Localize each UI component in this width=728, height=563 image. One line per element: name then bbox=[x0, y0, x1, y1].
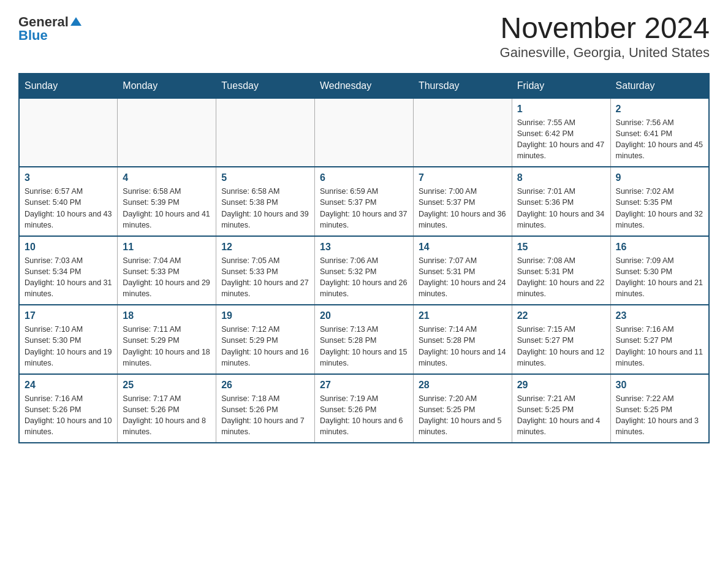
calendar-cell: 11Sunrise: 7:04 AM Sunset: 5:33 PM Dayli… bbox=[118, 236, 216, 305]
day-info: Sunrise: 7:10 AM Sunset: 5:30 PM Dayligh… bbox=[25, 325, 112, 367]
day-number: 21 bbox=[419, 310, 507, 321]
header: General Blue November 2024 Gainesville, … bbox=[18, 12, 710, 61]
calendar-cell: 14Sunrise: 7:07 AM Sunset: 5:31 PM Dayli… bbox=[413, 236, 512, 305]
calendar-day-header: Sunday bbox=[19, 74, 118, 98]
calendar-subtitle: Gainesville, Georgia, United States bbox=[500, 45, 710, 61]
day-info: Sunrise: 7:20 AM Sunset: 5:25 PM Dayligh… bbox=[419, 394, 502, 436]
day-number: 16 bbox=[616, 242, 703, 253]
calendar-cell: 23Sunrise: 7:16 AM Sunset: 5:27 PM Dayli… bbox=[610, 305, 709, 374]
day-number: 11 bbox=[123, 242, 211, 253]
day-number: 1 bbox=[517, 104, 605, 115]
day-number: 22 bbox=[517, 310, 605, 321]
calendar-cell: 7Sunrise: 7:00 AM Sunset: 5:37 PM Daylig… bbox=[413, 167, 512, 236]
calendar-table: SundayMondayTuesdayWednesdayThursdayFrid… bbox=[18, 73, 710, 444]
calendar-cell: 27Sunrise: 7:19 AM Sunset: 5:26 PM Dayli… bbox=[315, 374, 414, 443]
day-info: Sunrise: 7:16 AM Sunset: 5:26 PM Dayligh… bbox=[25, 394, 112, 436]
day-info: Sunrise: 7:15 AM Sunset: 5:27 PM Dayligh… bbox=[517, 325, 604, 367]
calendar-cell: 18Sunrise: 7:11 AM Sunset: 5:29 PM Dayli… bbox=[118, 305, 216, 374]
calendar-day-header: Wednesday bbox=[315, 74, 414, 98]
day-number: 30 bbox=[616, 380, 703, 391]
calendar-cell: 19Sunrise: 7:12 AM Sunset: 5:29 PM Dayli… bbox=[216, 305, 315, 374]
calendar-day-header: Friday bbox=[512, 74, 610, 98]
calendar-week-row: 10Sunrise: 7:03 AM Sunset: 5:34 PM Dayli… bbox=[19, 236, 709, 305]
day-number: 7 bbox=[419, 172, 507, 183]
day-info: Sunrise: 7:03 AM Sunset: 5:34 PM Dayligh… bbox=[25, 256, 112, 298]
day-info: Sunrise: 7:18 AM Sunset: 5:26 PM Dayligh… bbox=[221, 394, 305, 436]
calendar-cell: 4Sunrise: 6:58 AM Sunset: 5:39 PM Daylig… bbox=[118, 167, 216, 236]
day-number: 19 bbox=[221, 310, 309, 321]
day-number: 4 bbox=[123, 172, 211, 183]
calendar-week-row: 17Sunrise: 7:10 AM Sunset: 5:30 PM Dayli… bbox=[19, 305, 709, 374]
title-area: November 2024 Gainesville, Georgia, Unit… bbox=[500, 12, 710, 61]
calendar-cell: 17Sunrise: 7:10 AM Sunset: 5:30 PM Dayli… bbox=[19, 305, 118, 374]
day-info: Sunrise: 7:07 AM Sunset: 5:31 PM Dayligh… bbox=[419, 256, 506, 298]
calendar-day-header: Saturday bbox=[610, 74, 709, 98]
logo-general: General bbox=[18, 15, 69, 29]
day-number: 10 bbox=[25, 242, 112, 253]
calendar-title: November 2024 bbox=[500, 12, 710, 45]
day-number: 27 bbox=[320, 380, 408, 391]
day-number: 6 bbox=[320, 172, 408, 183]
day-info: Sunrise: 7:12 AM Sunset: 5:29 PM Dayligh… bbox=[221, 325, 308, 367]
day-info: Sunrise: 7:02 AM Sunset: 5:35 PM Dayligh… bbox=[616, 187, 703, 229]
day-info: Sunrise: 7:17 AM Sunset: 5:26 PM Dayligh… bbox=[123, 394, 206, 436]
calendar-cell: 5Sunrise: 6:58 AM Sunset: 5:38 PM Daylig… bbox=[216, 167, 315, 236]
calendar-cell: 1Sunrise: 7:55 AM Sunset: 6:42 PM Daylig… bbox=[512, 98, 610, 167]
day-number: 29 bbox=[517, 380, 605, 391]
day-info: Sunrise: 7:01 AM Sunset: 5:36 PM Dayligh… bbox=[517, 187, 604, 229]
day-number: 13 bbox=[320, 242, 408, 253]
calendar-cell: 13Sunrise: 7:06 AM Sunset: 5:32 PM Dayli… bbox=[315, 236, 414, 305]
calendar-cell: 20Sunrise: 7:13 AM Sunset: 5:28 PM Dayli… bbox=[315, 305, 414, 374]
calendar-week-row: 3Sunrise: 6:57 AM Sunset: 5:40 PM Daylig… bbox=[19, 167, 709, 236]
day-info: Sunrise: 7:13 AM Sunset: 5:28 PM Dayligh… bbox=[320, 325, 407, 367]
day-number: 23 bbox=[616, 310, 703, 321]
day-info: Sunrise: 7:56 AM Sunset: 6:41 PM Dayligh… bbox=[616, 118, 703, 160]
day-info: Sunrise: 7:55 AM Sunset: 6:42 PM Dayligh… bbox=[517, 118, 604, 160]
logo-arrow-icon bbox=[70, 17, 82, 28]
day-number: 20 bbox=[320, 310, 408, 321]
calendar-cell: 21Sunrise: 7:14 AM Sunset: 5:28 PM Dayli… bbox=[413, 305, 512, 374]
svg-marker-0 bbox=[70, 17, 82, 26]
day-info: Sunrise: 6:58 AM Sunset: 5:38 PM Dayligh… bbox=[221, 187, 308, 229]
day-number: 28 bbox=[419, 380, 507, 391]
calendar-cell: 9Sunrise: 7:02 AM Sunset: 5:35 PM Daylig… bbox=[610, 167, 709, 236]
calendar-day-header: Monday bbox=[118, 74, 216, 98]
day-number: 18 bbox=[123, 310, 211, 321]
day-number: 9 bbox=[616, 172, 703, 183]
calendar-cell: 10Sunrise: 7:03 AM Sunset: 5:34 PM Dayli… bbox=[19, 236, 118, 305]
day-info: Sunrise: 7:21 AM Sunset: 5:25 PM Dayligh… bbox=[517, 394, 601, 436]
logo: General Blue bbox=[18, 12, 82, 42]
day-info: Sunrise: 7:08 AM Sunset: 5:31 PM Dayligh… bbox=[517, 256, 604, 298]
calendar-day-header: Tuesday bbox=[216, 74, 315, 98]
day-info: Sunrise: 6:58 AM Sunset: 5:39 PM Dayligh… bbox=[123, 187, 210, 229]
calendar-cell: 2Sunrise: 7:56 AM Sunset: 6:41 PM Daylig… bbox=[610, 98, 709, 167]
day-info: Sunrise: 7:00 AM Sunset: 5:37 PM Dayligh… bbox=[419, 187, 506, 229]
day-info: Sunrise: 6:59 AM Sunset: 5:37 PM Dayligh… bbox=[320, 187, 407, 229]
day-info: Sunrise: 6:57 AM Sunset: 5:40 PM Dayligh… bbox=[25, 187, 112, 229]
calendar-cell bbox=[413, 98, 512, 167]
calendar-cell: 25Sunrise: 7:17 AM Sunset: 5:26 PM Dayli… bbox=[118, 374, 216, 443]
calendar-day-header: Thursday bbox=[413, 74, 512, 98]
day-number: 3 bbox=[25, 172, 112, 183]
day-info: Sunrise: 7:16 AM Sunset: 5:27 PM Dayligh… bbox=[616, 325, 703, 367]
day-number: 8 bbox=[517, 172, 605, 183]
day-info: Sunrise: 7:09 AM Sunset: 5:30 PM Dayligh… bbox=[616, 256, 703, 298]
calendar-cell: 30Sunrise: 7:22 AM Sunset: 5:25 PM Dayli… bbox=[610, 374, 709, 443]
day-number: 26 bbox=[221, 380, 309, 391]
calendar-cell: 24Sunrise: 7:16 AM Sunset: 5:26 PM Dayli… bbox=[19, 374, 118, 443]
calendar-cell: 6Sunrise: 6:59 AM Sunset: 5:37 PM Daylig… bbox=[315, 167, 414, 236]
logo-blue: Blue bbox=[18, 29, 48, 42]
calendar-cell: 28Sunrise: 7:20 AM Sunset: 5:25 PM Dayli… bbox=[413, 374, 512, 443]
calendar-cell bbox=[118, 98, 216, 167]
calendar-cell: 3Sunrise: 6:57 AM Sunset: 5:40 PM Daylig… bbox=[19, 167, 118, 236]
day-number: 15 bbox=[517, 242, 605, 253]
day-info: Sunrise: 7:05 AM Sunset: 5:33 PM Dayligh… bbox=[221, 256, 308, 298]
day-info: Sunrise: 7:11 AM Sunset: 5:29 PM Dayligh… bbox=[123, 325, 210, 367]
day-number: 12 bbox=[221, 242, 309, 253]
day-info: Sunrise: 7:04 AM Sunset: 5:33 PM Dayligh… bbox=[123, 256, 210, 298]
calendar-cell: 16Sunrise: 7:09 AM Sunset: 5:30 PM Dayli… bbox=[610, 236, 709, 305]
day-info: Sunrise: 7:22 AM Sunset: 5:25 PM Dayligh… bbox=[616, 394, 699, 436]
calendar-week-row: 1Sunrise: 7:55 AM Sunset: 6:42 PM Daylig… bbox=[19, 98, 709, 167]
day-number: 2 bbox=[616, 104, 703, 115]
day-number: 25 bbox=[123, 380, 211, 391]
